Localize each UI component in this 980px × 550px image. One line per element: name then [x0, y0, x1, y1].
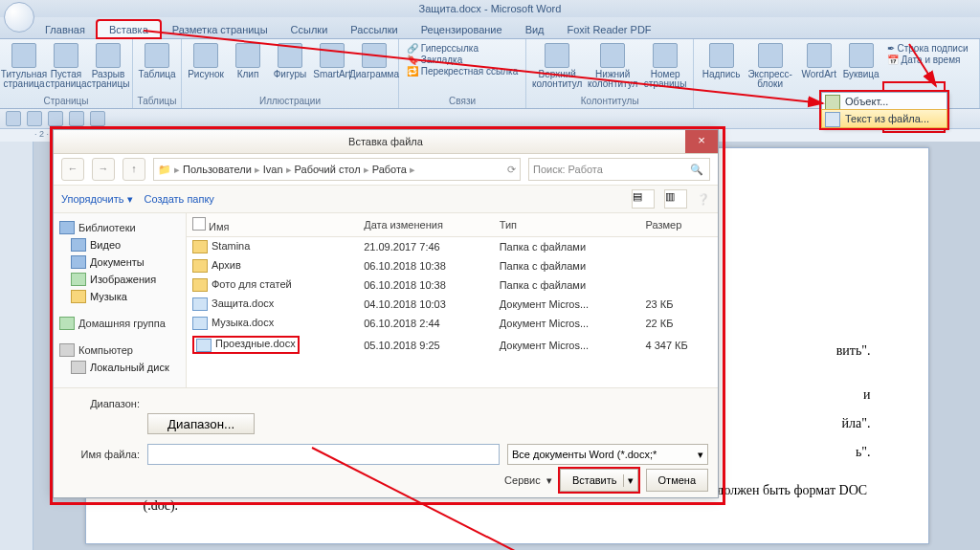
documents-icon	[71, 255, 86, 269]
window-title: Защита.docx - Microsoft Word	[0, 0, 980, 17]
nav-computer[interactable]: Компьютер	[57, 341, 182, 359]
table-button[interactable]: Таблица	[137, 41, 177, 79]
group-illustrations-label: Иллюстрации	[259, 95, 321, 108]
office-button[interactable]	[4, 2, 34, 33]
file-filter-select[interactable]: Все документы Word (*.docx;*▾	[507, 444, 708, 465]
group-links-label: Связи	[449, 95, 476, 108]
help-button[interactable]: ❔	[697, 193, 710, 206]
cancel-button[interactable]: Отмена	[646, 469, 708, 492]
file-row[interactable]: Музыка.docx06.10.2018 2:44Документ Micro…	[187, 314, 718, 333]
view-list-button[interactable]: ▤	[632, 189, 655, 209]
menu-object[interactable]: Объект...	[822, 93, 947, 110]
nav-video[interactable]: Видео	[57, 236, 182, 253]
chart-button[interactable]: Диаграмма	[354, 41, 394, 79]
tab-foxit[interactable]: Foxit Reader PDF	[556, 21, 663, 38]
qat-redo-icon[interactable]	[48, 111, 63, 126]
shapes-icon	[278, 43, 302, 68]
cross-ref-button[interactable]: 🔁 Перекрестная ссылка	[407, 66, 518, 77]
dialog-title: Вставка файла	[348, 136, 423, 147]
header-button[interactable]: Верхний колонтитул	[530, 41, 584, 89]
text-from-file-icon	[825, 112, 840, 127]
file-row[interactable]: Stamina21.09.2017 7:46Папка с файлами	[187, 237, 718, 257]
new-folder-button[interactable]: Создать папку	[145, 193, 214, 205]
tools-button[interactable]: Сервис ▾	[504, 474, 552, 487]
date-time-button[interactable]: 📅 Дата и время	[887, 55, 969, 65]
nav-images[interactable]: Изображения	[57, 271, 182, 288]
textbox-button[interactable]: Надпись	[702, 41, 742, 79]
forward-button[interactable]: →	[92, 158, 115, 181]
smartart-button[interactable]: SmartArt	[312, 41, 352, 79]
filename-input[interactable]	[147, 444, 500, 465]
col-size[interactable]: Размер	[639, 213, 718, 237]
cover-page-button[interactable]: Титульная страница	[4, 41, 44, 89]
page-break-button[interactable]: Разрыв страницы	[88, 41, 128, 89]
menu-text-from-file[interactable]: Текст из файла...	[821, 109, 947, 128]
disk-icon	[71, 361, 86, 374]
qat-print-icon[interactable]	[69, 111, 84, 126]
object-icon	[825, 95, 840, 110]
nav-homegroup[interactable]: Домашняя группа	[57, 315, 182, 332]
wordart-button[interactable]: WordArt	[799, 41, 839, 79]
back-button[interactable]: ←	[61, 158, 84, 181]
nav-libraries[interactable]: Библиотеки	[57, 219, 182, 236]
range-label: Диапазон:	[63, 398, 140, 409]
view-preview-button[interactable]: ▥	[664, 189, 687, 209]
qat-undo-icon[interactable]	[27, 111, 42, 126]
organize-button[interactable]: Упорядочить ▾	[61, 193, 133, 206]
footer-button[interactable]: Нижний колонтитул	[586, 41, 639, 89]
images-icon	[71, 273, 86, 286]
nav-music[interactable]: Музыка	[57, 288, 182, 305]
quickparts-icon	[758, 43, 783, 68]
wordart-icon	[807, 43, 832, 68]
chart-icon	[362, 43, 387, 68]
tab-mailings[interactable]: Рассылки	[339, 21, 409, 38]
file-row[interactable]: Фото для статей06.10.2018 10:38Папка с ф…	[187, 275, 718, 295]
search-input[interactable]: Поиск: Работа 🔍	[528, 158, 710, 181]
footer-icon	[600, 43, 625, 68]
tab-view[interactable]: Вид	[514, 21, 556, 38]
header-icon	[545, 43, 569, 68]
breadcrumb[interactable]: 📁▸Пользователи ▸Ivan ▸Рабочий стол ▸Рабо…	[153, 158, 521, 181]
tab-review[interactable]: Рецензирование	[410, 21, 514, 38]
clip-button[interactable]: Клип	[228, 41, 268, 79]
file-row[interactable]: Проездные.docx05.10.2018 9:25Документ Mi…	[187, 333, 718, 356]
tab-insert[interactable]: Вставка	[97, 20, 161, 38]
insert-file-dialog: Вставка файла × ← → ↑ 📁▸Пользователи ▸Iv…	[53, 129, 719, 498]
range-button[interactable]: Диапазон...	[147, 413, 255, 434]
filename-label: Имя файла:	[63, 449, 140, 460]
blank-page-button[interactable]: Пустая страница	[46, 41, 86, 89]
close-button[interactable]: ×	[685, 130, 718, 153]
signature-line-button[interactable]: ✒ Строка подписи	[887, 43, 969, 54]
shapes-button[interactable]: Фигуры	[270, 41, 310, 79]
select-all-checkbox[interactable]	[192, 217, 206, 231]
tab-layout[interactable]: Разметка страницы	[161, 21, 279, 38]
search-icon: 🔍	[690, 164, 703, 176]
textbox-icon	[709, 43, 734, 68]
nav-local-disk[interactable]: Локальный диск	[57, 359, 182, 376]
picture-button[interactable]: Рисунок	[186, 41, 226, 79]
col-name[interactable]: Имя	[187, 213, 358, 237]
insert-button[interactable]: Вставить▾	[560, 469, 638, 492]
dropcap-button[interactable]: Буквица	[841, 41, 881, 79]
object-dropdown: Объект... Текст из файла...	[821, 92, 947, 128]
bookmark-button[interactable]: 🔖 Закладка	[407, 55, 518, 65]
nav-documents[interactable]: Документы	[57, 253, 182, 271]
tab-references[interactable]: Ссылки	[279, 21, 340, 38]
quickparts-button[interactable]: Экспресс-блоки	[744, 41, 797, 89]
smartart-icon	[320, 43, 345, 68]
hyperlink-button[interactable]: 🔗 Гиперссылка	[407, 43, 518, 54]
page-number-button[interactable]: Номер страницы	[641, 41, 689, 89]
col-type[interactable]: Тип	[494, 213, 640, 237]
clip-icon	[235, 43, 260, 68]
dialog-titlebar: Вставка файла ×	[54, 130, 718, 154]
group-tables-label: Таблицы	[138, 95, 177, 108]
vertical-ruler	[0, 142, 33, 550]
qat-table-icon[interactable]	[90, 111, 105, 126]
qat-save-icon[interactable]	[6, 111, 21, 126]
file-row[interactable]: Защита.docx04.10.2018 10:03Документ Micr…	[187, 295, 718, 314]
computer-icon	[59, 343, 75, 357]
tab-home[interactable]: Главная	[33, 21, 97, 38]
file-row[interactable]: Архив06.10.2018 10:38Папка с файлами	[187, 256, 718, 275]
col-date[interactable]: Дата изменения	[358, 213, 494, 237]
up-button[interactable]: ↑	[122, 158, 145, 181]
